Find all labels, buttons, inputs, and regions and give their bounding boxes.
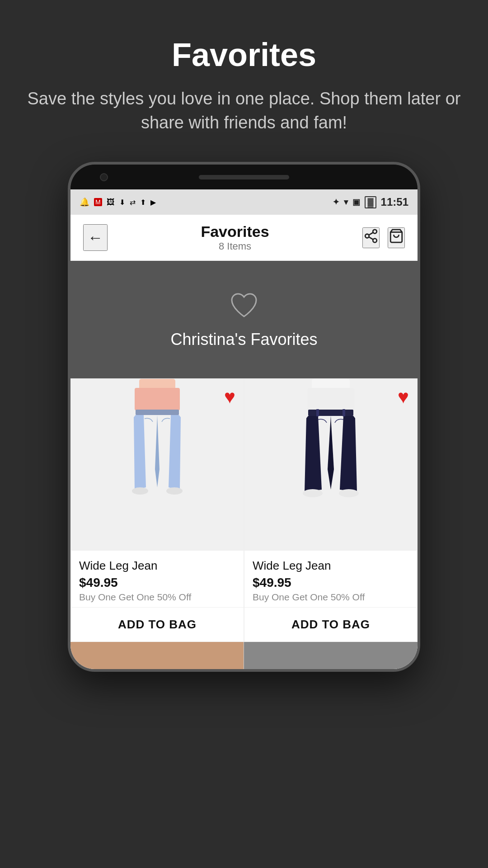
page-subtitle: Save the styles you love in one place. S… bbox=[27, 87, 461, 135]
product-image-right: ♥ bbox=[244, 379, 417, 551]
svg-point-9 bbox=[132, 487, 148, 495]
product-promo-right: Buy One Get One 50% Off bbox=[253, 592, 409, 603]
bottom-peek bbox=[70, 642, 418, 669]
jeans-image-dark bbox=[244, 379, 417, 551]
phone-mockup: 🔔 M 🖼 ⬇ ⇄ ⬆ ▶ ✦ ▾ ▣ ▓ 11:51 ← Favorites … bbox=[68, 162, 420, 672]
svg-point-10 bbox=[166, 487, 183, 495]
svg-rect-8 bbox=[136, 410, 179, 415]
app-content: ← Favorites 8 Items bbox=[70, 215, 418, 669]
wifi-icon: ▾ bbox=[344, 197, 348, 207]
svg-rect-14 bbox=[316, 409, 319, 416]
peek-item-left bbox=[70, 642, 244, 669]
download-icon: ⬇ bbox=[119, 198, 125, 207]
bag-icon bbox=[389, 228, 404, 244]
back-button[interactable]: ← bbox=[83, 224, 108, 251]
status-bar: 🔔 M 🖼 ⬇ ⇄ ⬆ ▶ ✦ ▾ ▣ ▓ 11:51 bbox=[70, 189, 418, 215]
svg-rect-13 bbox=[308, 410, 353, 416]
share-icon bbox=[363, 228, 379, 244]
header-item-count: 8 Items bbox=[201, 241, 269, 252]
svg-point-0 bbox=[373, 230, 377, 233]
svg-rect-15 bbox=[343, 409, 345, 416]
product-image-left: ♥ bbox=[71, 379, 244, 551]
product-price-left: $49.95 bbox=[79, 576, 235, 590]
svg-point-2 bbox=[373, 239, 377, 243]
share-button[interactable] bbox=[362, 227, 380, 248]
product-card: ♥ Wide Leg Jean $49.95 Buy One Get One 5… bbox=[70, 378, 244, 642]
svg-rect-12 bbox=[307, 388, 354, 413]
page-title: Favorites bbox=[27, 36, 461, 73]
header-actions bbox=[362, 227, 405, 248]
photo-icon: 🖼 bbox=[107, 198, 115, 207]
upload-icon: ⬆ bbox=[140, 198, 146, 207]
favorites-banner: Christina's Favorites bbox=[70, 261, 418, 378]
battery-icon: ▓ bbox=[365, 196, 376, 208]
gmail-icon: M bbox=[94, 198, 102, 206]
svg-line-3 bbox=[369, 237, 373, 240]
jeans-image-light bbox=[71, 379, 244, 551]
product-info-right: Wide Leg Jean $49.95 Buy One Get One 50%… bbox=[244, 551, 417, 607]
product-price-right: $49.95 bbox=[253, 576, 409, 590]
products-grid: ♥ Wide Leg Jean $49.95 Buy One Get One 5… bbox=[70, 378, 418, 642]
phone-speaker bbox=[199, 175, 289, 179]
bag-button[interactable] bbox=[388, 227, 405, 248]
bluetooth-icon: ✦ bbox=[333, 197, 339, 207]
add-to-bag-left[interactable]: ADD TO BAG bbox=[71, 607, 244, 642]
svg-point-16 bbox=[303, 489, 323, 497]
page-header: Favorites Save the styles you love in on… bbox=[0, 0, 488, 153]
product-info-left: Wide Leg Jean $49.95 Buy One Get One 50%… bbox=[71, 551, 244, 607]
header-center: Favorites 8 Items bbox=[201, 223, 269, 252]
favorite-button-left[interactable]: ♥ bbox=[224, 386, 235, 408]
product-name-right: Wide Leg Jean bbox=[253, 559, 409, 573]
svg-line-4 bbox=[369, 232, 373, 235]
add-to-bag-right[interactable]: ADD TO BAG bbox=[244, 607, 417, 642]
product-card-right: ♥ Wide Leg Jean $49.95 Buy One Get One 5… bbox=[244, 378, 418, 642]
banner-title: Christina's Favorites bbox=[171, 330, 318, 349]
header-title: Favorites bbox=[201, 223, 269, 241]
clock: 11:51 bbox=[381, 196, 408, 208]
phone-top-bar bbox=[70, 165, 418, 189]
product-promo-left: Buy One Get One 50% Off bbox=[79, 592, 235, 603]
notification-icon: 🔔 bbox=[80, 197, 89, 207]
phone-camera bbox=[100, 173, 108, 181]
signal-icon: ▣ bbox=[352, 197, 360, 207]
app-header: ← Favorites 8 Items bbox=[70, 215, 418, 261]
peek-item-right bbox=[244, 642, 418, 669]
status-icons-right: ✦ ▾ ▣ ▓ 11:51 bbox=[333, 196, 408, 208]
svg-point-17 bbox=[339, 489, 359, 497]
heart-outline-icon bbox=[228, 290, 260, 322]
playstore-icon: ▶ bbox=[150, 198, 156, 207]
svg-rect-7 bbox=[135, 388, 180, 410]
product-name-left: Wide Leg Jean bbox=[79, 559, 235, 573]
svg-point-1 bbox=[365, 234, 369, 238]
sync-icon: ⇄ bbox=[130, 198, 136, 207]
status-icons-left: 🔔 M 🖼 ⬇ ⇄ ⬆ ▶ bbox=[80, 197, 156, 207]
favorite-button-right[interactable]: ♥ bbox=[398, 386, 409, 408]
